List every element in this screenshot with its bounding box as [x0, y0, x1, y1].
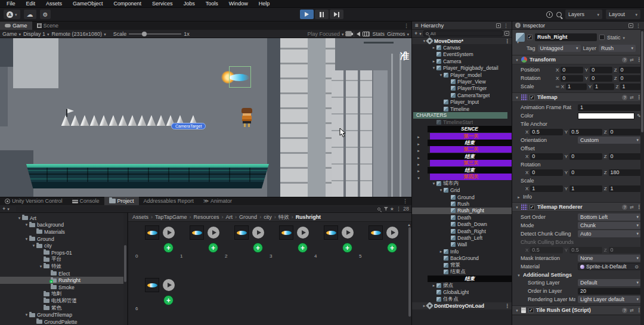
breadcrumb-item[interactable]: Rushright — [296, 214, 326, 220]
sprite-thumbnail[interactable] — [145, 225, 159, 240]
create-asset-button[interactable] — [2, 206, 5, 212]
foldout-arrow[interactable] — [438, 188, 444, 192]
menu-item-help[interactable]: Help — [253, 0, 275, 8]
breadcrumb-item[interactable]: Art — [226, 214, 240, 220]
asset-item[interactable]: 2 — [220, 225, 265, 260]
folder-row[interactable]: 平台 — [0, 256, 127, 264]
tab-project[interactable]: Project — [104, 197, 139, 205]
foldout-arrow[interactable] — [431, 46, 436, 49]
foldout-arrow[interactable] — [417, 175, 420, 180]
hamburger-icon[interactable] — [415, 22, 419, 29]
axis-input[interactable]: 0 — [530, 169, 562, 176]
breadcrumb-item[interactable]: 特效 — [278, 213, 296, 221]
hierarchy-row[interactable]: Rush_Right — [412, 208, 512, 214]
display-mode-dropdown[interactable]: Game — [2, 31, 21, 37]
add-button[interactable] — [387, 243, 397, 253]
presets-icon[interactable] — [630, 307, 634, 313]
add-button[interactable] — [163, 295, 174, 305]
foldout-arrow[interactable] — [24, 237, 29, 241]
cloud-services-button[interactable] — [24, 10, 36, 19]
resolution-dropdown[interactable]: Remote (2316x1080) — [52, 31, 106, 37]
foldout-arrow[interactable] — [417, 147, 420, 153]
hierarchy-row[interactable]: CameraTarget — [412, 92, 512, 98]
foldout-arrow[interactable] — [417, 134, 420, 139]
chevron-down-icon[interactable] — [7, 206, 10, 212]
folder-row[interactable]: Smoke — [0, 284, 127, 291]
play-preview-button[interactable] — [342, 227, 354, 239]
axis-input[interactable]: 0 — [561, 75, 583, 82]
debug-icon[interactable] — [346, 31, 351, 36]
play-button[interactable] — [300, 10, 314, 19]
sprite-thumbnail[interactable] — [369, 225, 383, 240]
foldout-arrow[interactable] — [515, 307, 519, 313]
hierarchy-row[interactable]: 第四关 — [412, 174, 512, 180]
field-dropdown[interactable]: None — [578, 255, 641, 262]
folder-row[interactable]: 特效 — [0, 263, 127, 270]
component-header[interactable]: Tilemap Renderer — [512, 203, 644, 212]
folder-row[interactable]: Art — [0, 215, 127, 222]
foldout-arrow[interactable] — [517, 272, 521, 278]
hierarchy-row[interactable]: 据点 — [412, 282, 512, 289]
hierarchy-row[interactable]: CHARATERS — [412, 112, 512, 119]
foldout-arrow[interactable] — [417, 154, 420, 160]
hierarchy-row[interactable]: EventSystem — [412, 51, 512, 58]
axis-input[interactable]: 0 — [590, 75, 612, 82]
enabled-checkbox[interactable] — [528, 308, 534, 313]
folder-row[interactable]: Elect — [0, 270, 127, 277]
hierarchy-row[interactable]: Ground — [412, 194, 512, 200]
axis-input[interactable]: 0 — [561, 67, 583, 73]
display-dropdown[interactable]: Display 1 — [23, 31, 49, 37]
menu-item-jobs[interactable]: Jobs — [178, 0, 200, 8]
tab-game[interactable]: Game — [0, 21, 32, 30]
sprite-thumbnail[interactable] — [279, 225, 293, 240]
foldout-arrow[interactable] — [515, 204, 519, 210]
help-icon[interactable] — [622, 308, 627, 313]
menu-item-services[interactable]: Services — [147, 0, 178, 8]
create-object-button[interactable] — [414, 30, 417, 36]
hierarchy-row[interactable]: 背景 — [412, 262, 512, 268]
help-icon[interactable] — [622, 57, 627, 63]
layer-dropdown[interactable]: Rush — [599, 45, 636, 52]
breadcrumb-item[interactable]: Ground — [239, 214, 264, 220]
scroll-up-icon[interactable]: ▲ — [407, 223, 411, 227]
add-button[interactable] — [298, 243, 308, 253]
hierarchy-row[interactable]: Rush — [412, 200, 512, 207]
menu-item-window[interactable]: Window — [224, 0, 253, 8]
axis-input[interactable]: 0 — [609, 247, 641, 253]
field-input[interactable]: 20 — [578, 288, 641, 295]
asset-item[interactable]: 5 — [354, 225, 399, 260]
hierarchy-row[interactable]: 第二关 — [412, 146, 512, 153]
tree-scrollbar[interactable] — [123, 213, 127, 325]
hierarchy-search-input[interactable]: All — [423, 30, 503, 36]
sprite-thumbnail[interactable] — [145, 278, 159, 292]
folder-row[interactable]: city — [0, 242, 127, 249]
axis-input[interactable]: 0 — [590, 67, 612, 73]
tab-addressables-report[interactable]: Addressables Report — [139, 197, 199, 205]
hierarchy-row[interactable]: 第一关 — [412, 132, 512, 139]
layout-dropdown[interactable]: Layout — [606, 10, 640, 19]
hierarchy-row[interactable]: Timeline — [412, 106, 512, 112]
tag-dropdown[interactable]: Untagged — [538, 45, 581, 52]
folder-row[interactable]: 电线和管道 — [0, 298, 127, 305]
enabled-checkbox[interactable] — [530, 95, 535, 100]
pause-button[interactable] — [315, 10, 329, 19]
asset-item[interactable]: 1 — [175, 225, 220, 260]
static-checkbox[interactable] — [599, 35, 605, 40]
panel-menu-icon[interactable] — [636, 23, 641, 29]
static-flags-dropdown[interactable] — [623, 35, 626, 41]
folder-row[interactable]: background — [0, 222, 127, 229]
add-button[interactable] — [208, 243, 218, 253]
asset-item[interactable]: 0 — [131, 225, 175, 260]
search-icon[interactable] — [556, 12, 562, 17]
account-button[interactable]: A — [4, 10, 20, 19]
folder-row[interactable]: GroundTilemap — [0, 311, 127, 318]
panel-menu-icon[interactable] — [404, 23, 409, 29]
field-dropdown[interactable]: Auto — [578, 230, 641, 237]
foldout-arrow[interactable] — [438, 73, 444, 77]
breadcrumb-item[interactable]: Assets — [132, 214, 155, 220]
enabled-checkbox[interactable] — [530, 205, 535, 210]
hierarchy-row[interactable]: PlayerTrriger — [412, 85, 512, 92]
axis-input[interactable]: 1 — [609, 185, 641, 192]
axis-input[interactable]: 0.5 — [530, 247, 562, 253]
component-header[interactable]: Tile Rush Get (Script) — [512, 306, 644, 315]
